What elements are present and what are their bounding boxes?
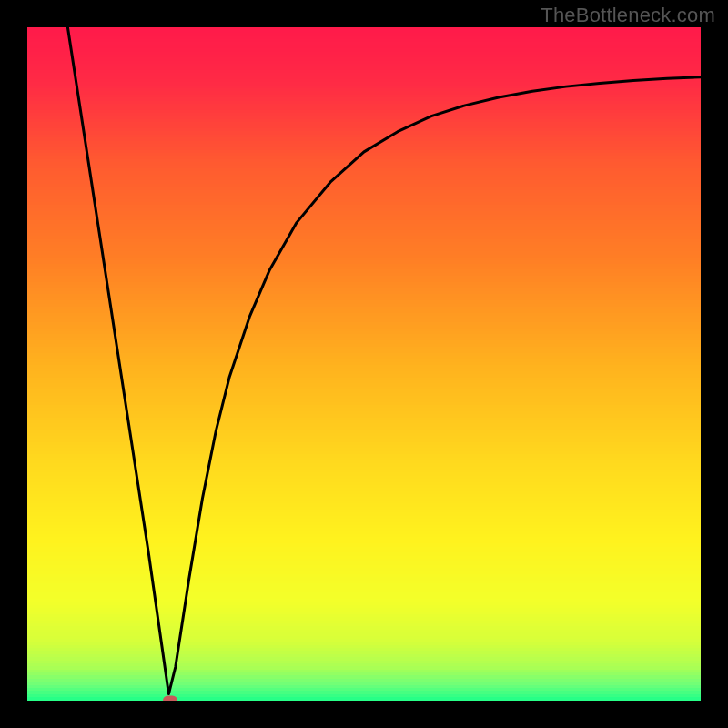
plot-area — [27, 27, 701, 701]
bottleneck-curve — [67, 27, 701, 694]
curve-layer — [27, 27, 701, 701]
watermark-text: TheBottleneck.com — [541, 4, 715, 27]
chart-frame: TheBottleneck.com — [0, 0, 728, 728]
optimum-marker — [163, 696, 177, 702]
